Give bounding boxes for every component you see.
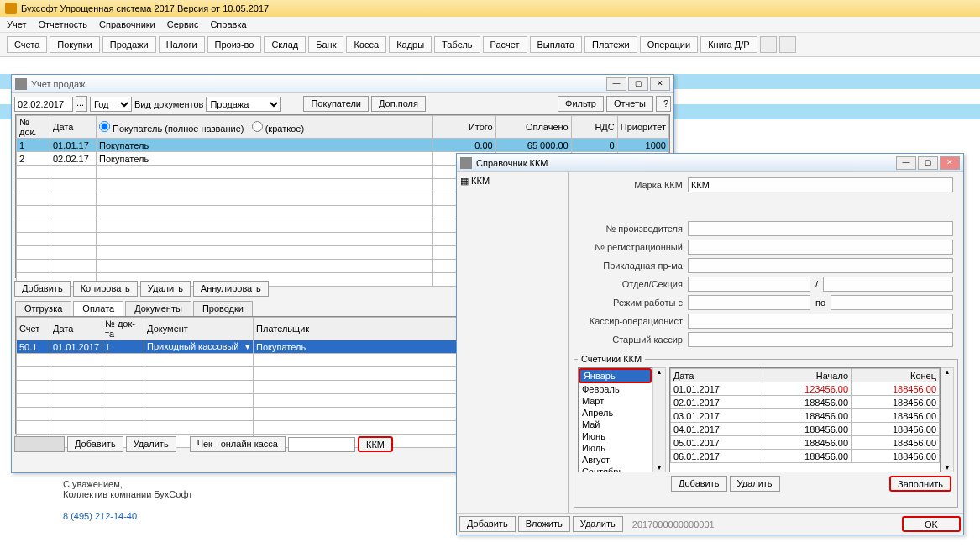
col-vat[interactable]: НДС	[571, 116, 617, 139]
menu-item[interactable]: Справочники	[99, 19, 155, 29]
table-row[interactable]: 101.01.17Покупатель 0.0065 000.0001000	[17, 139, 669, 152]
table-row[interactable]: 04.01.2017188456.00188456.00	[670, 423, 939, 436]
kkm-attach-button[interactable]: Вложить	[518, 516, 570, 532]
tb-payout[interactable]: Выплата	[530, 36, 583, 53]
period-select[interactable]: Год	[90, 97, 132, 112]
table-row[interactable]: 06.01.2017188456.00188456.00	[670, 450, 939, 463]
tb-extra-icon-2[interactable]	[779, 36, 796, 53]
col-buyer[interactable]: Покупатель (полное название) (краткое)	[97, 116, 433, 139]
tb-purchases[interactable]: Покупки	[50, 36, 99, 53]
date-input[interactable]	[14, 97, 73, 112]
pay-add-button[interactable]: Добавить	[67, 436, 123, 452]
tab-postings[interactable]: Проводки	[193, 301, 253, 316]
list-item[interactable]: Август	[579, 454, 652, 466]
col-acc[interactable]: Счет	[17, 318, 50, 340]
sales-titlebar[interactable]: Учет продаж — ▢ ✕	[12, 75, 673, 93]
manuf-input[interactable]	[688, 221, 953, 236]
table-row[interactable]: 05.01.2017188456.00188456.00	[670, 436, 939, 450]
col-docnum[interactable]: № док-та	[102, 318, 144, 340]
col-num[interactable]: № док.	[17, 116, 50, 139]
close-button[interactable]: ✕	[940, 156, 960, 170]
tb-bank[interactable]: Банк	[308, 36, 343, 53]
tb-timesheet[interactable]: Табель	[434, 36, 480, 53]
mode-to-input[interactable]	[831, 295, 953, 310]
menu-item[interactable]: Справка	[210, 19, 246, 29]
doc-type-select[interactable]: Продажа	[206, 97, 281, 112]
list-item[interactable]: Февраль	[579, 383, 652, 395]
counters-scrollbar[interactable]	[941, 367, 954, 472]
col-paid[interactable]: Оплачено	[495, 116, 571, 139]
col-date[interactable]: Дата	[50, 116, 97, 139]
reports-button[interactable]: Отчеты	[606, 96, 653, 112]
col-start[interactable]: Начало	[763, 369, 852, 382]
table-row[interactable]: 01.01.2017123456.00188456.00	[670, 382, 939, 396]
help-button[interactable]: ?	[656, 96, 671, 112]
col-pdate[interactable]: Дата	[50, 318, 102, 340]
kkm-add-button[interactable]: Добавить	[459, 516, 516, 532]
ok-button[interactable]: OK	[902, 516, 961, 532]
extra-fields-button[interactable]: Доп.поля	[371, 96, 426, 112]
soft-input[interactable]	[688, 258, 953, 273]
maximize-button[interactable]: ▢	[918, 156, 938, 170]
menu-item[interactable]: Отчетность	[39, 19, 88, 29]
dept-input[interactable]	[688, 277, 810, 292]
reg-input[interactable]	[688, 240, 953, 255]
date-picker-button[interactable]: ...	[76, 96, 87, 112]
annul-button[interactable]: Аннулировать	[193, 281, 269, 297]
list-item[interactable]: Апрель	[579, 407, 652, 419]
check-field[interactable]	[288, 437, 355, 452]
tb-calc[interactable]: Расчет	[483, 36, 527, 53]
tb-hr[interactable]: Кадры	[389, 36, 432, 53]
cashier-input[interactable]	[688, 314, 953, 329]
section-input[interactable]	[823, 277, 953, 292]
delete-button[interactable]: Удалить	[140, 281, 191, 297]
nav-button[interactable]	[14, 436, 65, 452]
col-end[interactable]: Конец	[852, 369, 940, 382]
table-row[interactable]: 02.01.2017188456.00188456.00	[670, 396, 939, 409]
close-button[interactable]: ✕	[650, 77, 670, 91]
tb-cash[interactable]: Касса	[346, 36, 386, 53]
tb-extra-icon-1[interactable]	[760, 36, 777, 53]
kkm-titlebar[interactable]: Справочник ККМ — ▢ ✕	[457, 154, 963, 172]
months-listbox[interactable]: Январь Февраль Март Апрель Май Июнь Июль…	[578, 367, 652, 472]
minimize-button[interactable]: —	[606, 77, 626, 91]
tb-stock[interactable]: Склад	[264, 36, 306, 53]
kkm-button[interactable]: ККМ	[358, 436, 393, 452]
tb-production[interactable]: Произ-во	[207, 36, 262, 53]
pay-del-button[interactable]: Удалить	[126, 436, 176, 452]
minimize-button[interactable]: —	[896, 156, 916, 170]
col-cdate[interactable]: Дата	[670, 369, 763, 382]
table-row[interactable]: 03.01.2017188456.00188456.00	[670, 409, 939, 423]
filter-button[interactable]: Фильтр	[558, 96, 604, 112]
ct-add-button[interactable]: Добавить	[671, 476, 727, 492]
radio-full[interactable]	[99, 121, 110, 132]
senior-input[interactable]	[688, 332, 953, 347]
radio-short[interactable]	[252, 121, 263, 132]
tree-root[interactable]: ▦ ККМ	[460, 176, 564, 187]
kkm-del-button[interactable]: Удалить	[573, 516, 623, 532]
tb-sales[interactable]: Продажи	[102, 36, 156, 53]
tab-shipment[interactable]: Отгрузка	[15, 301, 71, 316]
col-priority[interactable]: Приоритет	[617, 116, 668, 139]
tab-documents[interactable]: Документы	[125, 301, 191, 316]
tb-payments[interactable]: Платежи	[584, 36, 637, 53]
tab-payment[interactable]: Оплата	[73, 301, 123, 316]
mode-from-input[interactable]	[688, 295, 810, 310]
buyers-button[interactable]: Покупатели	[303, 96, 369, 112]
list-item[interactable]: Июнь	[579, 430, 652, 442]
list-item[interactable]: Июль	[579, 442, 652, 454]
maximize-button[interactable]: ▢	[628, 77, 648, 91]
col-doc[interactable]: Документ	[144, 318, 254, 340]
tb-taxes[interactable]: Налоги	[159, 36, 205, 53]
brand-input[interactable]	[688, 177, 953, 192]
tb-book[interactable]: Книга Д/Р	[700, 36, 757, 53]
list-item[interactable]: Март	[579, 395, 652, 407]
fill-button[interactable]: Заполнить	[889, 476, 951, 492]
menu-item[interactable]: Сервис	[167, 19, 199, 29]
list-item[interactable]: Май	[579, 419, 652, 430]
tb-operations[interactable]: Операции	[640, 36, 698, 53]
col-total[interactable]: Итого	[432, 116, 495, 139]
months-scrollbar[interactable]	[652, 367, 666, 472]
list-item[interactable]: Январь	[579, 368, 652, 383]
ct-del-button[interactable]: Удалить	[730, 476, 780, 492]
